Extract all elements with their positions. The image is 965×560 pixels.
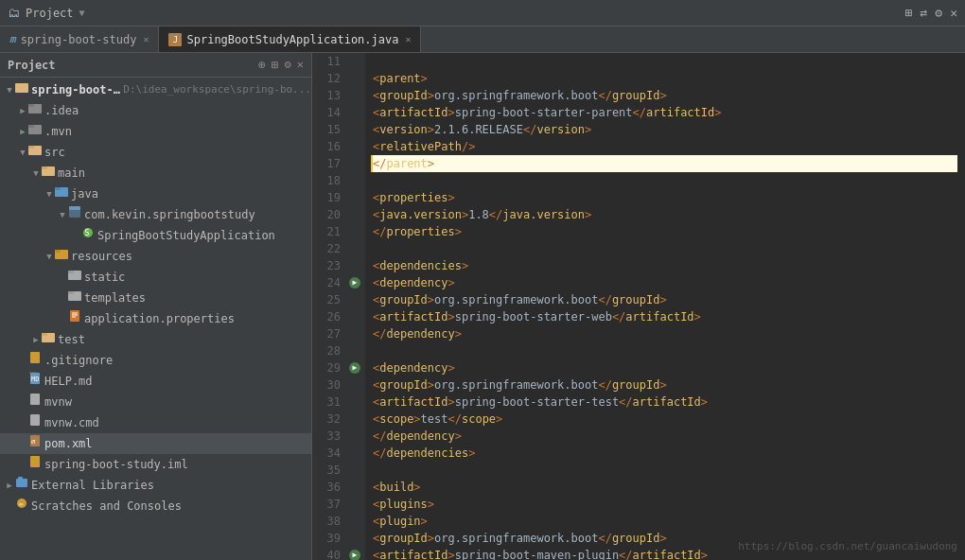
- svg-rect-12: [69, 206, 80, 210]
- tree-label-root: spring-boot-study: [31, 81, 123, 98]
- tree-item-app[interactable]: SSpringBootStudyApplication: [0, 225, 311, 246]
- code-line-15: <version>2.1.6.RELEASE</version>: [373, 121, 957, 138]
- tab-java[interactable]: J SpringBootStudyApplication.java ✕: [159, 26, 421, 52]
- tree-item-root[interactable]: ▼spring-boot-study D:\idea_workspace\spr…: [0, 79, 311, 100]
- settings-icon[interactable]: ⚙: [935, 6, 942, 20]
- tree-item-com[interactable]: ▼com.kevin.springbootstudy: [0, 204, 311, 225]
- code-line-27: </dependency>: [373, 325, 957, 342]
- tree-arrow-resources[interactable]: ▼: [44, 248, 55, 265]
- tree-label-test: test: [58, 331, 85, 348]
- tree-icon-gitignore: [28, 351, 42, 370]
- gutter-line-38: [346, 513, 365, 530]
- code-line-29: <dependency>: [373, 359, 957, 376]
- tree-item-pomxml[interactable]: mpom.xml: [0, 433, 311, 454]
- tab-java-close[interactable]: ✕: [405, 34, 411, 44]
- svg-rect-36: [16, 479, 27, 487]
- tree-label-mvnw: mvnw: [44, 394, 72, 411]
- tree-arrow-idea[interactable]: ▶: [17, 102, 28, 119]
- tree-icon-test: [42, 330, 55, 349]
- tree-arrow-java[interactable]: ▼: [44, 185, 55, 202]
- tree-item-help[interactable]: MDHELP.md: [0, 371, 311, 392]
- sidebar-header-text: Project: [8, 59, 56, 72]
- gutter: ▶▶▶: [346, 53, 365, 560]
- gutter-line-33: [346, 428, 365, 445]
- tree-icon-iml: [28, 455, 42, 474]
- code-line-16: <relativePath/>: [373, 138, 957, 155]
- gutter-line-27: [346, 325, 365, 342]
- tree-arrow-mvn[interactable]: ▶: [17, 123, 28, 140]
- code-line-34: </dependencies>: [373, 445, 957, 462]
- gutter-line-15: [346, 121, 365, 138]
- tree-arrow-main[interactable]: ▼: [30, 165, 42, 182]
- tree-item-main[interactable]: ▼main: [0, 163, 311, 184]
- line-number-15: 15: [312, 121, 341, 138]
- code-area[interactable]: <parent> <groupId>org.springframework.bo…: [365, 53, 965, 560]
- line-number-31: 31: [312, 394, 341, 411]
- tree-item-mvnw[interactable]: mvnw: [0, 392, 311, 412]
- tree-item-gitignore[interactable]: .gitignore: [0, 350, 311, 371]
- tree-item-resources[interactable]: ▼resources: [0, 246, 311, 267]
- tree-item-idea[interactable]: ▶.idea: [0, 100, 311, 121]
- tree-item-static[interactable]: static: [0, 267, 311, 288]
- code-line-28: [373, 342, 957, 359]
- svg-text:✏: ✏: [19, 499, 24, 508]
- tree-item-mvn[interactable]: ▶.mvn: [0, 121, 311, 142]
- tree-item-src[interactable]: ▼src: [0, 142, 311, 163]
- gutter-run-icon-24[interactable]: ▶: [349, 277, 360, 289]
- code-line-30: <groupId>org.springframework.boot</group…: [373, 376, 957, 394]
- sidebar-action3[interactable]: ⚙: [285, 58, 291, 72]
- code-line-36: <build>: [373, 479, 957, 496]
- tree-item-test[interactable]: ▶test: [0, 329, 311, 350]
- tree-arrow-root[interactable]: ▼: [4, 81, 15, 98]
- gutter-line-23: [346, 257, 365, 274]
- gutter-line-32: [346, 411, 365, 428]
- sidebar-action4[interactable]: ✕: [297, 58, 304, 72]
- tree-icon-templates: [68, 289, 81, 307]
- tree-item-appprops[interactable]: application.properties: [0, 308, 311, 329]
- tree-item-mvnwcmd[interactable]: mvnw.cmd: [0, 412, 311, 433]
- svg-text:MD: MD: [31, 376, 39, 383]
- tree-item-iml[interactable]: spring-boot-study.iml: [0, 454, 311, 475]
- svg-text:S: S: [85, 229, 90, 237]
- svg-rect-31: [30, 394, 40, 405]
- title-bar: 🗂 Project ▼ ⊞ ⇄ ⚙ ✕: [0, 0, 965, 26]
- code-line-37: <plugins>: [373, 496, 957, 513]
- tree-label-gitignore: .gitignore: [44, 352, 113, 369]
- tab-pom-close[interactable]: ✕: [143, 34, 149, 44]
- tree-arrow-test[interactable]: ▶: [30, 331, 42, 348]
- tab-java-label: SpringBootStudyApplication.java: [186, 33, 398, 46]
- tree-icon-mvnwcmd: [28, 413, 42, 432]
- tree-label-app: SpringBootStudyApplication: [97, 227, 275, 244]
- gutter-line-14: [346, 104, 365, 121]
- tree-item-templates[interactable]: templates: [0, 288, 311, 308]
- tree-item-extlibs[interactable]: ▶External Libraries: [0, 475, 311, 496]
- sidebar-action1[interactable]: ⊕: [258, 58, 266, 72]
- code-line-31: <artifactId>spring-boot-starter-test</ar…: [373, 394, 957, 411]
- tree-label-pomxml: pom.xml: [44, 435, 93, 452]
- gutter-run-icon-40[interactable]: ▶: [349, 550, 360, 560]
- gutter-run-icon-29[interactable]: ▶: [349, 362, 360, 374]
- sidebar-action2[interactable]: ⊞: [272, 58, 279, 72]
- tree-icon-java: [55, 184, 68, 203]
- tree-arrow-src[interactable]: ▼: [17, 144, 28, 161]
- close-icon[interactable]: ✕: [950, 6, 957, 20]
- editor-content: 1112131415161718192021222324252627282930…: [312, 53, 965, 560]
- tree-item-java[interactable]: ▼java: [0, 184, 311, 204]
- line-number-35: 35: [312, 462, 341, 479]
- new-window-icon[interactable]: ⊞: [905, 6, 913, 20]
- line-number-11: 11: [312, 53, 341, 70]
- tab-pom[interactable]: m spring-boot-study ✕: [0, 26, 159, 52]
- tree-arrow-extlibs[interactable]: ▶: [4, 477, 15, 494]
- line-number-29: 29: [312, 359, 341, 376]
- tree-item-scratches[interactable]: ✏Scratches and Consoles: [0, 496, 311, 516]
- code-line-24: <dependency>: [373, 274, 957, 291]
- tree-arrow-com[interactable]: ▼: [57, 206, 68, 223]
- sync-icon[interactable]: ⇄: [921, 6, 928, 20]
- svg-rect-6: [28, 146, 34, 149]
- tree-icon-idea: [28, 101, 42, 120]
- code-line-13: <groupId>org.springframework.boot</group…: [373, 87, 957, 104]
- title-dropdown-icon[interactable]: ▼: [79, 8, 85, 18]
- tab-java-icon: J: [168, 33, 182, 46]
- main-layout: Project ⊕ ⊞ ⚙ ✕ ▼spring-boot-study D:\id…: [0, 53, 965, 560]
- svg-rect-26: [42, 333, 47, 336]
